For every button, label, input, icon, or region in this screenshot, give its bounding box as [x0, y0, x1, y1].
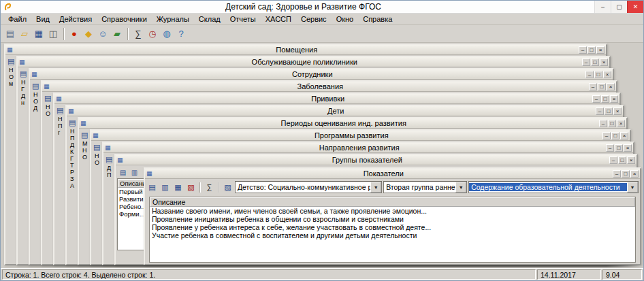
child-restore-button[interactable]: □: [608, 120, 616, 127]
child-window-titlebar[interactable]: ▦Обслуживающие поликлиники–□×: [18, 57, 609, 67]
users-icon[interactable]: ☺: [96, 27, 110, 41]
child-restore-button[interactable]: □: [605, 108, 613, 115]
child-close-button[interactable]: ×: [607, 83, 615, 90]
child-window-titlebar[interactable]: ▦Программы развития–□×: [91, 131, 630, 141]
delete-record-icon[interactable]: ●: [67, 27, 81, 41]
copy-record-icon[interactable]: ▦: [172, 182, 184, 193]
table-row[interactable]: Проявление инициативы ребенка в общении …: [150, 215, 635, 223]
sliver-letter: Т: [70, 162, 75, 169]
child-window-titlebar[interactable]: ▦Периоды оценивания инд. развития–□×: [79, 118, 626, 129]
child-restore-button[interactable]: □: [594, 71, 602, 78]
table-row[interactable]: Название своего имени, имен членов своей…: [150, 207, 635, 215]
table-row[interactable]: Проявление у ребенка интереса к себе, же…: [150, 223, 635, 231]
chart-icon[interactable]: ▰: [110, 27, 124, 41]
child-restore-button[interactable]: □: [615, 144, 623, 152]
menu-item-2[interactable]: Вид: [31, 14, 54, 24]
child-minimize-button[interactable]: –: [592, 95, 600, 103]
child-minimize-button[interactable]: –: [599, 120, 607, 127]
sliver-letter: О: [9, 73, 14, 80]
child-restore-button[interactable]: □: [611, 132, 619, 139]
menu-item-10[interactable]: Окно: [332, 14, 359, 24]
child-close-button[interactable]: ×: [613, 108, 622, 115]
menu-item-7[interactable]: Отчеты: [225, 14, 261, 24]
age-group-combobox[interactable]: Вторая группа раннего возраста ▼: [383, 181, 467, 193]
child-window-titlebar[interactable]: ▦Помещения–□×: [5, 45, 606, 55]
development-area-combobox[interactable]: Детство: Социально-коммуникативное разви…: [235, 181, 382, 193]
child-window-titlebar[interactable]: ▦Прививки–□×: [54, 94, 619, 104]
maximize-button[interactable]: ▢: [611, 1, 627, 13]
child-minimize-button[interactable]: –: [585, 71, 594, 78]
clock-icon[interactable]: ◷: [146, 27, 159, 41]
activity-content-combobox[interactable]: Содержание образовательной деятельности …: [468, 181, 639, 193]
child-restore-button[interactable]: □: [601, 95, 609, 103]
child-close-button[interactable]: ×: [596, 46, 605, 54]
indicators-toolbar-icons: ▤▥▦▧∑▨: [146, 182, 234, 193]
child-close-button[interactable]: ×: [617, 120, 625, 127]
chevron-down-icon[interactable]: ▼: [455, 182, 466, 193]
child-minimize-button[interactable]: –: [579, 46, 587, 54]
table-row[interactable]: Участие ребенка в совместной с воспитате…: [150, 231, 635, 239]
minimize-button[interactable]: –: [594, 1, 611, 13]
chevron-down-icon[interactable]: ▼: [627, 182, 638, 193]
child-window-titlebar[interactable]: ▦Заболевания–□×: [42, 82, 616, 92]
table-icon: ▤: [81, 131, 88, 139]
delete-record-icon[interactable]: ▧: [185, 182, 197, 193]
sliver-letter: П: [107, 171, 111, 178]
help-icon[interactable]: ?: [174, 27, 188, 41]
child-close-button[interactable]: ×: [600, 59, 608, 66]
child-minimize-button[interactable]: –: [582, 59, 590, 66]
child-restore-button[interactable]: □: [598, 83, 606, 90]
sum-icon[interactable]: ∑: [204, 182, 215, 193]
child-minimize-button[interactable]: –: [609, 156, 617, 164]
globe-icon[interactable]: ◍: [160, 27, 174, 41]
menu-item-3[interactable]: Действия: [54, 14, 97, 24]
indicators-column-header[interactable]: Описание: [150, 197, 635, 207]
child-close-button[interactable]: ×: [603, 71, 611, 78]
child-minimize-button[interactable]: –: [589, 83, 597, 90]
child-close-button[interactable]: ×: [624, 144, 632, 152]
edit-record-icon[interactable]: ▥: [159, 182, 171, 193]
new-document-icon[interactable]: ▤: [3, 27, 17, 41]
mdi-area: ▦Направления развития–□×▤ДП▦Программы ра…: [1, 43, 643, 268]
menu-item-11[interactable]: Справка: [358, 14, 397, 24]
menu-item-5[interactable]: Журналы: [152, 14, 194, 24]
child-close-button[interactable]: ×: [627, 156, 635, 164]
child-window-titlebar[interactable]: ▦Дети–□×: [67, 106, 623, 116]
edit-record-icon[interactable]: ▥: [129, 167, 140, 177]
child-window-titlebar[interactable]: ▦Сотрудники–□×: [30, 69, 613, 80]
child-restore-button[interactable]: □: [587, 46, 596, 54]
chevron-down-icon[interactable]: ▼: [370, 182, 381, 193]
save-icon[interactable]: ▦: [32, 27, 46, 41]
print-icon[interactable]: ◫: [46, 27, 60, 41]
close-button[interactable]: ✕: [627, 1, 643, 13]
sum-icon[interactable]: ∑: [131, 27, 145, 41]
coins-icon[interactable]: ◆: [82, 27, 95, 41]
open-folder-icon[interactable]: ▱: [18, 27, 31, 41]
sliver-letter: Н: [21, 79, 26, 86]
child-window-title: Периоды оценивания инд. развития: [88, 119, 599, 127]
child-minimize-button[interactable]: –: [606, 144, 614, 152]
menu-item-4[interactable]: Справочники: [97, 14, 152, 24]
column-header-sliver: МНО: [80, 140, 88, 161]
add-record-icon[interactable]: ▤: [118, 167, 128, 177]
menu-item-9[interactable]: Сервис: [296, 14, 332, 24]
sliver-letter: О: [46, 110, 50, 117]
child-minimize-button[interactable]: –: [596, 108, 604, 115]
child-window-titlebar[interactable]: ▦Направления развития–□×: [103, 143, 633, 153]
menu-item-8[interactable]: ХАССП: [261, 14, 296, 24]
add-record-icon[interactable]: ▤: [146, 182, 158, 193]
menu-item-1[interactable]: Файл: [3, 14, 31, 24]
title-bar[interactable]: Детский сад: Здоровье и Развитие ФГОС – …: [1, 1, 643, 14]
child-close-button[interactable]: ×: [610, 95, 618, 103]
child-window-titlebar[interactable]: ▦ Группы показателей – □ ×: [116, 155, 637, 165]
child-restore-button[interactable]: □: [591, 59, 599, 66]
child-minimize-button[interactable]: –: [602, 132, 611, 139]
child-close-button[interactable]: ×: [620, 132, 628, 139]
menu-item-6[interactable]: Склад: [194, 14, 225, 24]
child-restore-button[interactable]: □: [618, 156, 626, 164]
refresh-icon[interactable]: ▨: [222, 182, 234, 193]
child-close-button[interactable]: ×: [630, 170, 639, 178]
child-minimize-button[interactable]: –: [613, 170, 621, 178]
child-window-titlebar[interactable]: ▦ Показатели – □ ×: [145, 169, 640, 179]
child-restore-button[interactable]: □: [622, 170, 630, 178]
